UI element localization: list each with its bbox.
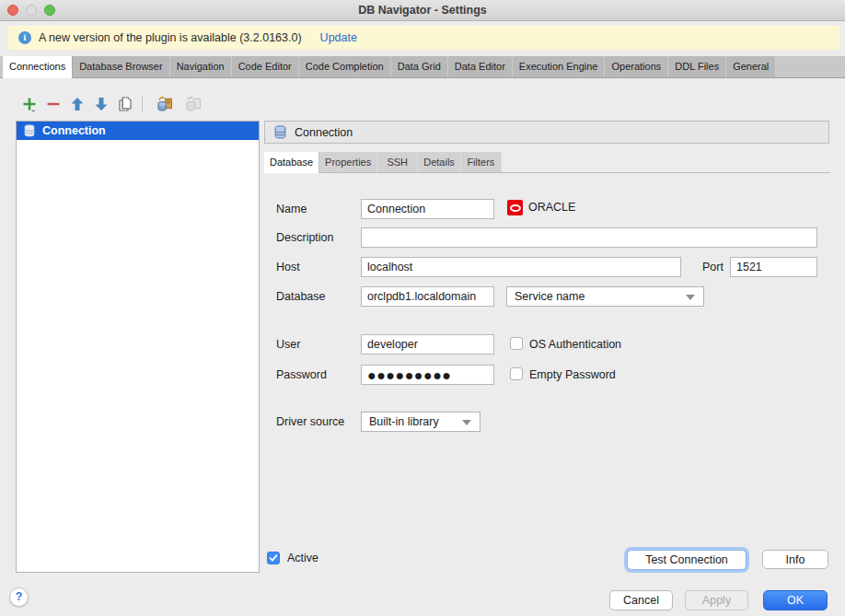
update-link[interactable]: Update [320, 31, 357, 44]
info-icon: i [18, 31, 31, 44]
chevron-down-icon [686, 295, 695, 300]
active-checkbox[interactable] [267, 552, 280, 564]
copy-connection-icon[interactable] [156, 95, 174, 113]
list-item-connection[interactable]: Connection [17, 122, 259, 140]
tab-database[interactable]: Database [264, 152, 319, 173]
host-label: Host [276, 257, 300, 277]
tab-general[interactable]: General [726, 56, 776, 77]
oracle-icon [507, 200, 523, 215]
detail-header-title: Connection [295, 126, 353, 139]
tab-execution-engine[interactable]: Execution Engine [513, 56, 606, 77]
description-input[interactable] [361, 227, 817, 248]
database-label: Database [276, 286, 326, 307]
move-down-icon[interactable] [92, 95, 110, 113]
name-label: Name [276, 199, 307, 219]
move-up-icon[interactable] [68, 95, 87, 113]
detail-header: Connection [264, 121, 829, 144]
database-id-type-value: Service name [515, 290, 585, 303]
detail-tabbar: Database Properties SSH Details Filters [264, 152, 830, 173]
driver-source-value: Built-in library [369, 415, 439, 428]
tab-code-completion[interactable]: Code Completion [299, 56, 391, 77]
host-input[interactable] [361, 257, 681, 277]
port-label: Port [702, 257, 723, 277]
connection-list: Connection [16, 121, 260, 573]
window-title: DB Navigator - Settings [0, 4, 845, 17]
tab-filters[interactable]: Filters [461, 152, 502, 172]
db-type-label: ORACLE [528, 200, 575, 215]
check-icon [269, 553, 278, 563]
info-button[interactable]: Info [762, 550, 828, 569]
settings-tabbar: Connections Database Browser Navigation … [0, 56, 845, 78]
tab-navigation[interactable]: Navigation [170, 56, 232, 77]
toolbar-separator [142, 96, 143, 112]
user-label: User [276, 334, 300, 354]
password-input[interactable] [361, 365, 494, 385]
empty-password-label: Empty Password [529, 367, 616, 382]
test-connection-button[interactable]: Test Connection [627, 550, 747, 570]
tab-ddl-files[interactable]: DDL Files [668, 56, 726, 77]
database-input[interactable] [361, 286, 494, 307]
ok-button[interactable]: OK [763, 590, 828, 610]
cancel-button[interactable]: Cancel [609, 590, 673, 610]
driver-source-label: Driver source [276, 412, 344, 432]
tab-details[interactable]: Details [418, 152, 461, 172]
tab-properties[interactable]: Properties [319, 152, 377, 172]
tab-data-grid[interactable]: Data Grid [391, 56, 448, 77]
chevron-down-icon [462, 420, 471, 425]
remove-connection-icon[interactable] [44, 95, 63, 113]
os-auth-label: OS Authentication [529, 337, 621, 352]
duplicate-icon[interactable] [116, 95, 134, 113]
driver-source-select[interactable]: Built-in library [361, 412, 480, 432]
add-connection-icon[interactable] [20, 95, 39, 113]
tab-connections[interactable]: Connections [3, 56, 73, 78]
window-titlebar: DB Navigator - Settings [0, 0, 845, 21]
apply-button[interactable]: Apply [685, 590, 748, 610]
empty-password-checkbox[interactable] [510, 367, 523, 380]
database-id-type-select[interactable]: Service name [506, 286, 704, 307]
database-icon [23, 124, 36, 137]
password-label: Password [276, 365, 327, 385]
os-auth-checkbox[interactable] [510, 337, 523, 350]
list-item-label: Connection [42, 124, 106, 137]
banner-text: A new version of the plugin is available… [39, 31, 302, 44]
connection-toolbar [20, 93, 208, 115]
database-icon [273, 125, 287, 139]
name-input[interactable] [361, 199, 494, 219]
update-banner: i A new version of the plugin is availab… [8, 26, 839, 50]
user-input[interactable] [361, 334, 494, 354]
help-button[interactable]: ? [9, 587, 29, 607]
description-label: Description [276, 227, 334, 248]
port-input[interactable] [730, 257, 817, 277]
tab-code-editor[interactable]: Code Editor [232, 56, 299, 77]
tab-data-editor[interactable]: Data Editor [448, 56, 513, 77]
tab-ssh[interactable]: SSH [377, 152, 418, 172]
tab-operations[interactable]: Operations [605, 56, 668, 77]
paste-connection-icon[interactable] [184, 95, 203, 113]
active-label: Active [287, 551, 318, 565]
tab-database-browser[interactable]: Database Browser [73, 56, 170, 77]
